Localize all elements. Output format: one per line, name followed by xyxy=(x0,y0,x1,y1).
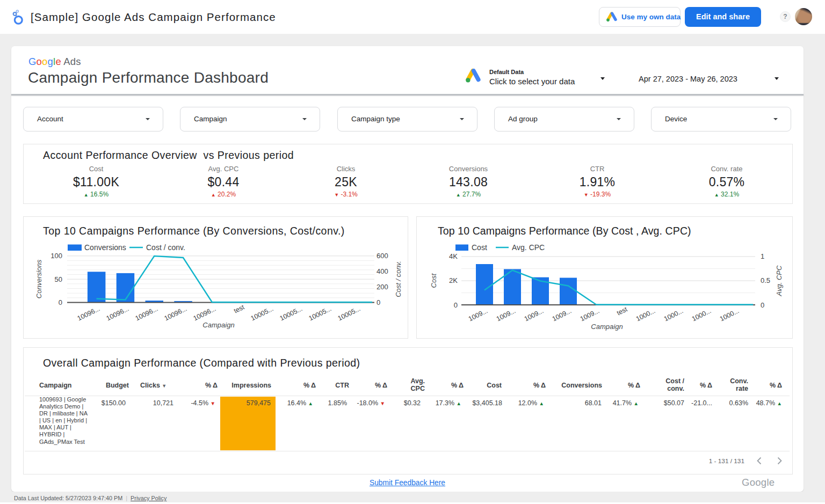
svg-text:test: test xyxy=(233,303,246,315)
svg-text:100: 100 xyxy=(50,252,62,260)
svg-text:1000...: 1000... xyxy=(663,307,685,323)
svg-text:400: 400 xyxy=(377,267,388,275)
svg-text:10005...: 10005... xyxy=(250,305,275,322)
svg-text:10096...: 10096... xyxy=(163,305,189,322)
svg-text:0: 0 xyxy=(59,298,62,306)
svg-text:600: 600 xyxy=(377,252,388,260)
svg-text:10096...: 10096... xyxy=(76,305,102,322)
svg-text:1000...: 1000... xyxy=(691,307,713,323)
svg-text:1: 1 xyxy=(761,252,764,260)
svg-text:Campaign: Campaign xyxy=(202,321,234,329)
svg-text:Avg. CPC: Avg. CPC xyxy=(775,265,783,296)
svg-text:1000...: 1000... xyxy=(719,307,741,323)
svg-text:0.5: 0.5 xyxy=(761,276,770,284)
svg-text:test: test xyxy=(616,305,629,317)
svg-text:2K: 2K xyxy=(449,276,458,284)
svg-text:10096...: 10096... xyxy=(105,305,131,322)
svg-text:10096...: 10096... xyxy=(192,305,218,322)
svg-text:Cost: Cost xyxy=(472,243,487,252)
svg-text:Avg. CPC: Avg. CPC xyxy=(512,243,545,252)
svg-text:Campaign: Campaign xyxy=(591,323,623,331)
svg-text:200: 200 xyxy=(377,283,388,291)
svg-text:Cost / conv.: Cost / conv. xyxy=(146,243,185,252)
svg-text:Conversions: Conversions xyxy=(35,259,43,298)
svg-text:10096...: 10096... xyxy=(134,305,160,322)
svg-text:1009...: 1009... xyxy=(523,307,545,323)
svg-text:Cost: Cost xyxy=(430,273,438,288)
svg-text:1009...: 1009... xyxy=(551,307,573,323)
svg-text:1009...: 1009... xyxy=(467,307,489,323)
svg-text:1009...: 1009... xyxy=(495,307,517,323)
svg-text:Conversions: Conversions xyxy=(84,243,126,252)
svg-text:10005...: 10005... xyxy=(308,305,333,322)
svg-text:0: 0 xyxy=(761,301,764,309)
svg-text:1000...: 1000... xyxy=(635,307,657,323)
svg-text:0: 0 xyxy=(377,298,380,306)
svg-text:50: 50 xyxy=(55,275,62,283)
svg-text:10005...: 10005... xyxy=(337,305,362,322)
svg-text:10005...: 10005... xyxy=(279,305,304,322)
svg-text:Cost / conv.: Cost / conv. xyxy=(394,261,402,297)
svg-text:0: 0 xyxy=(454,301,458,309)
svg-text:4K: 4K xyxy=(449,252,458,260)
svg-text:1009...: 1009... xyxy=(579,307,601,323)
